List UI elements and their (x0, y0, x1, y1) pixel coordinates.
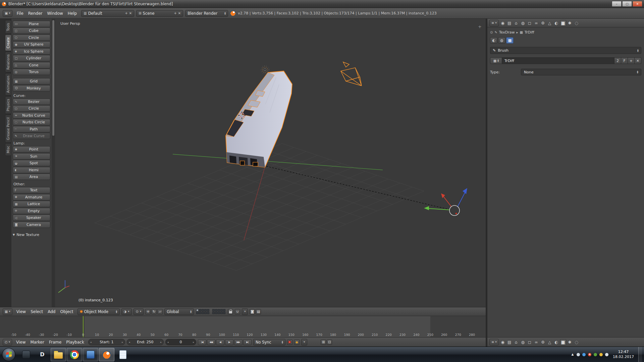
add-object-button[interactable]: ▦ Lattice (13, 201, 50, 207)
delete-scene-button[interactable]: ✕ (178, 11, 181, 15)
timeline-extra-button-1[interactable]: ⊞ (321, 340, 326, 345)
timeline-extra-button-2[interactable]: ⊡ (327, 340, 332, 345)
menu-item[interactable]: Frame (47, 340, 64, 345)
timeline-editor[interactable]: -50-40-30-20-100102030405060708090100110… (0, 316, 486, 337)
add-object-button[interactable]: ✥ Armature (13, 194, 50, 200)
manipulator-translate-button[interactable]: ✛ (145, 309, 151, 314)
transform-manipulator[interactable] (424, 188, 467, 216)
decrement-arrow-icon[interactable]: ◂ (167, 341, 169, 344)
add-curve-button[interactable]: ◌ Nurbs Circle (13, 119, 50, 125)
pin-icon[interactable]: ⊙ (490, 31, 493, 34)
add-scene-button[interactable]: + (174, 11, 176, 15)
snap-magnet-button[interactable]: ∪ (235, 309, 240, 314)
add-layout-button[interactable]: + (125, 11, 127, 15)
opengl-render-anim-button[interactable]: ▤ (256, 309, 261, 314)
texture-type-selector[interactable]: None ▲▼ (521, 69, 641, 75)
increment-arrow-icon[interactable]: ▸ (193, 341, 194, 344)
add-mesh-button[interactable]: ☺ Monkey (13, 85, 50, 92)
add-mesh-button[interactable]: ○ Circle (13, 35, 50, 41)
scrollbar-thumb[interactable] (52, 20, 54, 136)
add-mesh-button[interactable]: ▢ Cylinder (13, 55, 50, 61)
play-reverse-button[interactable]: ◀ (216, 339, 224, 345)
new-texture-panel-header[interactable]: ▼ New Texture (13, 233, 50, 237)
add-curve-button[interactable]: ○ Circle (13, 105, 50, 112)
opengl-render-button[interactable]: ◙ (250, 309, 255, 314)
add-object-button[interactable]: ◁ Speaker (13, 215, 50, 221)
menu-item[interactable]: Add (45, 309, 58, 314)
mode-selector[interactable]: Object Mode ▲▼ (77, 308, 120, 315)
new-texture-button[interactable]: + (628, 57, 635, 64)
add-lamp-button[interactable]: ✱ Point (13, 146, 50, 153)
toolshelf-tab[interactable]: Physics (5, 96, 11, 114)
tab-render[interactable]: ◉ (500, 20, 506, 26)
tray-shield-icon[interactable] (594, 353, 597, 356)
add-mesh-button[interactable]: △ Cone (13, 62, 50, 68)
properties-editor-type-button[interactable]: ≡ ▼ (489, 339, 499, 346)
start-frame-field[interactable]: ◂ Start: 1 ▸ (88, 339, 125, 345)
increment-arrow-icon[interactable]: ▸ (122, 341, 123, 344)
toolshelf-tab[interactable]: Grease Pencil (5, 115, 11, 143)
tab-physics[interactable]: ◌ (574, 20, 580, 26)
record-button[interactable] (287, 340, 292, 345)
viewport-canvas[interactable] (55, 19, 486, 307)
keying-set-button[interactable]: ◆ (294, 340, 300, 345)
tab-material[interactable]: ◐ (553, 339, 559, 345)
users-count-button[interactable]: 2 (614, 57, 621, 64)
add-object-button[interactable]: ◙ Camera (13, 222, 50, 228)
end-frame-field[interactable]: ◂ End: 250 ▸ (127, 339, 164, 345)
add-lamp-button[interactable]: ◒ Spot (13, 160, 50, 166)
breadcrumb-texture[interactable]: TrDiff (525, 30, 534, 35)
region-expand-icon[interactable]: + (478, 24, 482, 29)
timeline-editor-type-button[interactable]: ◴ ▼ (3, 339, 12, 346)
taskbar-item-blender[interactable] (99, 348, 114, 361)
show-desktop-button[interactable] (638, 347, 642, 362)
add-lamp-button[interactable]: ▤ Area (13, 174, 50, 180)
tab-texture[interactable]: ▩ (560, 339, 566, 345)
close-button[interactable]: ✕ (633, 1, 642, 7)
info-editor-type-button[interactable]: ▣ ▼ (3, 10, 12, 17)
add-mesh-button[interactable]: ▦ Grid (13, 78, 50, 84)
texture-context-world[interactable]: ◍ (498, 37, 505, 44)
unlink-texture-button[interactable]: ✕ (635, 57, 641, 64)
texture-context-brush[interactable]: ▩ (506, 37, 514, 44)
tab-data[interactable]: △ (547, 339, 553, 345)
toolshelf-tab[interactable]: Create (5, 35, 11, 51)
hidden-icons-button[interactable]: ▲ (571, 353, 574, 356)
tab-material[interactable]: ◐ (553, 20, 559, 26)
play-button[interactable]: ▶ (225, 339, 233, 345)
prev-keyframe-button[interactable]: ◀◀ (207, 339, 215, 345)
toolshelf-scrollbar[interactable] (52, 19, 55, 307)
add-curve-button[interactable]: ≈ Nurbs Curve (13, 112, 50, 119)
taskbar-item-daemon[interactable]: D (35, 348, 50, 361)
layout-selector[interactable]: ▥ Default + ✕ (81, 10, 134, 17)
taskbar-item-app-blue[interactable] (83, 348, 98, 361)
tray-volume-icon[interactable] (605, 353, 608, 356)
toolshelf-tab[interactable]: Animation (5, 73, 11, 96)
scene-selector[interactable]: ⊞ Scene + ✕ (136, 10, 183, 17)
tab-scene[interactable]: ⌂ (513, 339, 519, 345)
manipulator-scale-button[interactable]: ▱ (157, 309, 163, 314)
pivot-selector[interactable]: ⊙ ▼ (133, 308, 144, 315)
toolshelf-tab[interactable]: Misc (5, 143, 11, 156)
tab-constraints[interactable]: ∞ (533, 339, 539, 345)
taskbar-item-app1[interactable] (18, 348, 34, 361)
tab-render-layers[interactable]: ▤ (506, 20, 513, 26)
taskbar-item-chrome[interactable] (67, 348, 82, 361)
layers-widget-group1[interactable] (196, 309, 209, 314)
add-object-button[interactable]: ✛ Empty (13, 208, 50, 214)
decrement-arrow-icon[interactable]: ◂ (129, 341, 130, 344)
jump-to-start-button[interactable]: |◀ (198, 339, 206, 345)
tab-modifiers[interactable]: ⚙ (540, 339, 546, 345)
tray-update-icon[interactable] (599, 353, 603, 356)
tab-render-layers[interactable]: ▤ (506, 339, 513, 345)
texture-name-field[interactable]: TrDiff (502, 57, 614, 64)
maximize-button[interactable]: ▢ (622, 1, 632, 7)
tab-texture[interactable]: ▩ (560, 20, 566, 26)
add-mesh-button[interactable]: ◻ Cube (13, 27, 50, 34)
tab-particles[interactable]: ✱ (567, 339, 573, 345)
toolshelf-tab[interactable]: Tools (5, 20, 11, 34)
tab-data[interactable]: △ (547, 20, 553, 26)
taskbar-item-explorer[interactable] (51, 348, 66, 361)
fake-user-button[interactable]: F (621, 57, 628, 64)
tab-particles[interactable]: ✱ (567, 20, 573, 26)
